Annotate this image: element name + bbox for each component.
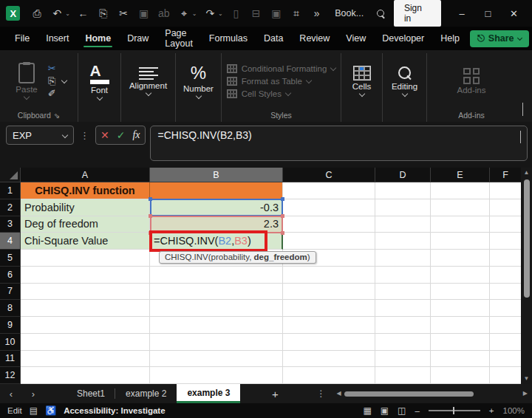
confirm-icon[interactable]: ✓ [117,129,126,141]
cell-c4[interactable] [283,233,375,250]
tab-page-layout[interactable]: Page Layout [157,24,200,53]
cell-e12[interactable] [431,367,490,384]
row-header-11[interactable]: 11 [0,351,21,368]
undo-icon[interactable]: ↶ [48,4,66,23]
cell-d10[interactable] [375,334,431,351]
normal-view-icon[interactable]: ▦ [363,405,371,416]
clipboard-more-chevron-icon[interactable] [61,78,66,83]
cell-f4[interactable] [490,233,521,250]
tab-formulas[interactable]: Formulas [202,29,255,48]
cell-a9[interactable] [21,317,150,334]
sheet-prev-icon[interactable]: ‹ [0,384,22,403]
cell-c3[interactable] [283,216,375,233]
accessibility-status[interactable]: Accessibility: Investigate [64,406,165,415]
cell-e1[interactable] [431,182,490,199]
cell-e10[interactable] [431,334,490,351]
zoom-slider[interactable] [429,410,480,411]
clipboard-dialog-launcher-icon[interactable]: ⇘ [54,112,60,120]
cell-a11[interactable] [21,351,150,368]
sign-in-button[interactable]: Sign in [394,0,441,27]
sheet-tab-sheet1[interactable]: Sheet1 [66,384,115,403]
column-header-a[interactable]: A [21,168,150,182]
redo-chevron-icon[interactable]: ⌄ [218,10,225,17]
cell-c6[interactable] [283,267,375,284]
cell-c1[interactable] [283,182,375,199]
row-header-1[interactable]: 1 [0,182,21,199]
new-sheet-button[interactable]: + [262,384,287,403]
sheet-tab-example-2[interactable]: example 2 [115,384,177,403]
scroll-left-icon[interactable]: ◀ [336,390,341,397]
cell-a12[interactable] [21,367,150,384]
cell-b4-formula[interactable]: =CHISQ.INV(B2,B3) [150,233,283,250]
column-header-b[interactable]: B [150,168,283,182]
cell-b2[interactable]: -0.3 [150,199,283,216]
cell-f2[interactable] [490,199,521,216]
cell-d6[interactable] [375,267,431,284]
cell-d5[interactable] [375,250,431,267]
cell-f10[interactable] [490,334,521,351]
cell-d9[interactable] [375,317,431,334]
tab-review[interactable]: Review [292,29,337,48]
copy-icon[interactable]: ⎘ [48,76,55,86]
sheet-options-icon[interactable]: ⋮ [310,384,332,403]
cell-a8[interactable] [21,300,150,317]
vertical-scrollbar-thumb[interactable] [524,179,530,298]
tab-home[interactable]: Home [78,29,118,48]
select-all-button[interactable] [0,168,21,182]
cell-d12[interactable] [375,367,431,384]
search-icon[interactable] [377,10,385,18]
cell-e4[interactable] [431,233,490,250]
undo-chevron-icon[interactable]: ⌄ [65,10,72,17]
cell-a2[interactable]: Probability [21,199,150,216]
cell-f1[interactable] [490,182,521,199]
table-lookup-icon[interactable]: ⌗ [287,4,306,23]
cell-b10[interactable] [150,334,283,351]
cell-e3[interactable] [431,216,490,233]
format-painter-icon[interactable]: ✐ [48,89,56,99]
redo-icon[interactable]: ↷ [201,4,219,23]
cell-d8[interactable] [375,300,431,317]
cell-a3[interactable]: Deg of freedom [21,216,150,233]
name-box[interactable]: EXP [6,126,74,145]
cell-e7[interactable] [431,284,490,301]
sheet-tab-example-3[interactable]: example 3 [177,384,240,403]
share-button[interactable]: ⎋ Share [470,30,529,47]
cell-d3[interactable] [375,216,431,233]
maximize-button[interactable]: □ [476,3,500,24]
vertical-scrollbar[interactable]: ▲ ▼ [521,168,532,384]
cell-a7[interactable] [21,284,150,301]
row-header-9[interactable]: 9 [0,317,21,334]
collapse-ribbon-chevron-icon[interactable] [522,103,523,116]
zoom-slider-thumb[interactable] [453,407,454,414]
cell-e5[interactable] [431,250,490,267]
copy-icon[interactable]: ⎘ [94,4,112,23]
cell-e6[interactable] [431,267,490,284]
row-header-4[interactable]: 4 [0,233,21,250]
scroll-up-icon[interactable]: ▲ [524,169,530,177]
tab-draw[interactable]: Draw [120,29,156,48]
cell-d11[interactable] [375,351,431,368]
cell-e9[interactable] [431,317,490,334]
cell-b1[interactable] [150,182,283,199]
row-header-12[interactable]: 12 [0,367,21,384]
page-break-view-icon[interactable]: ◫ [398,405,406,416]
cell-f7[interactable] [490,284,521,301]
touch-mode-chevron-icon[interactable]: ⌄ [192,10,200,17]
save-icon[interactable]: ⎙ [27,4,46,23]
editing-menu-button[interactable]: Editing [387,64,422,97]
cell-f3[interactable] [490,216,521,233]
page-layout-view-icon[interactable]: ▣ [381,405,389,416]
cell-d4[interactable] [375,233,431,250]
macro-record-icon[interactable]: ▤ [30,405,38,416]
cell-f11[interactable] [490,351,521,368]
cell-f6[interactable] [490,267,521,284]
alignment-menu-button[interactable]: Alignment [125,66,171,97]
number-menu-button[interactable]: % Number [179,62,218,100]
cell-e2[interactable] [431,199,490,216]
cell-e11[interactable] [431,351,490,368]
column-header-c[interactable]: C [283,168,375,182]
cell-a4[interactable]: Chi-Square Value [21,233,150,250]
tab-data[interactable]: Data [256,29,290,48]
close-button[interactable]: ✕ [502,3,526,24]
touch-mode-icon[interactable]: ⌖ [175,4,194,23]
